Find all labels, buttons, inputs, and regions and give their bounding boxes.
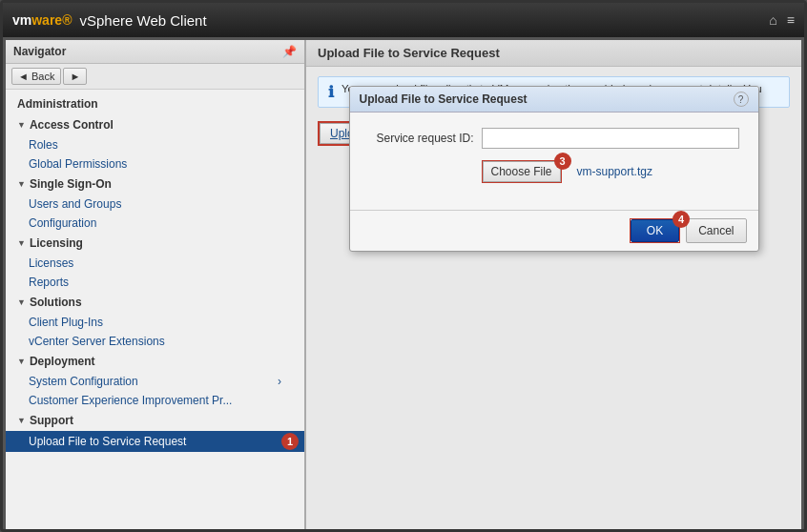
sidebar-header: Navigator 📌 (6, 40, 304, 64)
back-button[interactable]: ◄ Back (11, 68, 61, 85)
section-label: Solutions (30, 296, 82, 309)
sidebar-item-licenses[interactable]: Licenses (6, 254, 304, 273)
choose-file-row: Choose File 3 vm-support.tgz (369, 160, 739, 183)
arrow-icon: ▼ (17, 120, 26, 130)
section-solutions[interactable]: ▼ Solutions (6, 292, 304, 313)
section-access-control[interactable]: ▼ Access Control (6, 114, 304, 135)
arrow-icon: ▼ (17, 357, 26, 366)
ok-btn-wrapper: OK 4 (630, 218, 680, 243)
pin-icon[interactable]: 📌 (282, 45, 297, 58)
section-label: Access Control (30, 118, 114, 132)
topbar-icons: ⌂ ≡ (769, 12, 795, 28)
choose-file-btn-outer: Choose File (482, 160, 562, 183)
ok-button[interactable]: OK (631, 219, 679, 242)
sidebar-item-client-plug-ins[interactable]: Client Plug-Ins (6, 313, 304, 332)
sidebar-content: Administration ▼ Access Control Roles Gl… (6, 90, 304, 532)
sidebar-item-users-and-groups[interactable]: Users and Groups (6, 194, 304, 214)
sidebar-title: Navigator (13, 45, 66, 58)
brand-ware: ware (31, 12, 62, 28)
section-label: Licensing (30, 236, 83, 250)
section-deployment[interactable]: ▼ Deployment (6, 351, 304, 372)
section-licensing[interactable]: ▼ Licensing (6, 233, 304, 254)
service-request-label: Service request ID: (369, 132, 474, 145)
sidebar-item-roles[interactable]: Roles (6, 135, 304, 154)
dialog-body: Service request ID: Choose File (350, 113, 758, 210)
sidebar-item-configuration[interactable]: Configuration (6, 214, 304, 233)
arrow-icon: ▼ (17, 416, 26, 425)
choose-file-btn-wrapper: Choose File 3 (482, 160, 562, 183)
menu-icon[interactable]: ≡ (787, 12, 795, 28)
sidebar-item-customer-experience[interactable]: Customer Experience Improvement Pr... (6, 391, 304, 410)
section-label: Support (30, 414, 73, 427)
choose-file-button[interactable]: Choose File (483, 161, 561, 182)
main-layout: Navigator 📌 ◄ Back ► Administration ▼ Ac… (3, 37, 804, 532)
content-body: ℹ You can upload files directly to VMwar… (306, 67, 801, 532)
administration-header: Administration (6, 93, 304, 114)
brand-vm: vm (12, 12, 31, 28)
sidebar: Navigator 📌 ◄ Back ► Administration ▼ Ac… (6, 40, 306, 532)
arrow-icon: ▼ (17, 238, 26, 248)
section-label: Deployment (30, 355, 95, 368)
arrow-icon: ▼ (17, 297, 26, 307)
forward-button[interactable]: ► (63, 68, 87, 85)
home-icon[interactable]: ⌂ (769, 12, 776, 28)
service-request-input[interactable] (482, 128, 739, 149)
topbar: vmware® vSphere Web Client ⌂ ≡ (3, 3, 804, 37)
sidebar-item-reports[interactable]: Reports (6, 273, 304, 292)
section-label: Single Sign-On (30, 177, 112, 191)
sidebar-item-system-configuration[interactable]: System Configuration › (6, 372, 304, 391)
service-request-row: Service request ID: (369, 128, 739, 149)
sidebar-item-upload-file[interactable]: Upload File to Service Request (6, 431, 304, 452)
badge-3: 3 (554, 153, 571, 170)
badge-1: 1 (281, 433, 299, 450)
dialog-footer: OK 4 Cancel (350, 210, 758, 251)
app-title: vSphere Web Client (79, 12, 206, 29)
dialog: Upload File to Service Request ? Service… (349, 86, 759, 252)
content-header: Upload File to Service Request (306, 40, 801, 67)
sidebar-item-vcenter-server-extensions[interactable]: vCenter Server Extensions (6, 332, 304, 351)
dialog-overlay: Upload File to Service Request ? Service… (306, 67, 801, 532)
arrow-icon: ▼ (17, 179, 26, 189)
dialog-help-button[interactable]: ? (734, 92, 749, 107)
file-name: vm-support.tgz (577, 165, 652, 178)
content-area: Upload File to Service Request ℹ You can… (306, 40, 801, 532)
sidebar-nav: ◄ Back ► (6, 64, 304, 90)
cancel-button[interactable]: Cancel (686, 218, 746, 243)
brand-logo: vmware® (12, 12, 72, 28)
administration-label: Administration (17, 97, 98, 111)
section-single-sign-on[interactable]: ▼ Single Sign-On (6, 174, 304, 194)
dialog-titlebar: Upload File to Service Request ? (350, 87, 758, 113)
dialog-title: Upload File to Service Request (360, 92, 528, 106)
sidebar-item-global-permissions[interactable]: Global Permissions (6, 154, 304, 174)
section-support[interactable]: ▼ Support (6, 410, 304, 431)
